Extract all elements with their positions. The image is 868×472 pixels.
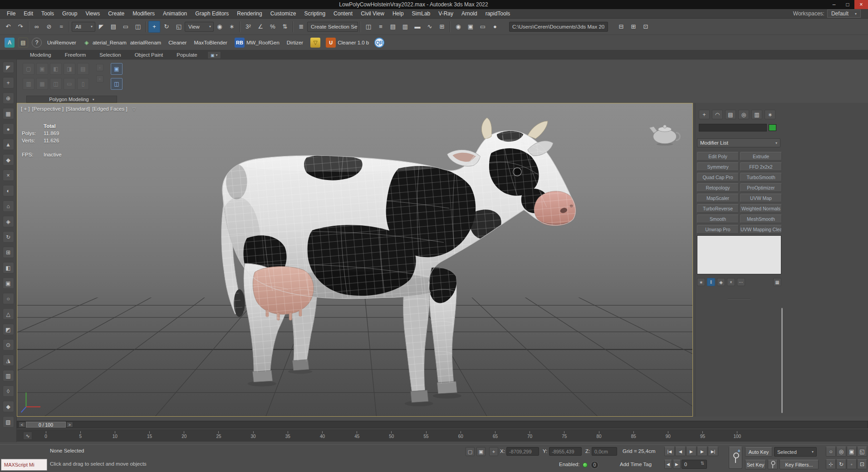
go-to-start-icon[interactable]: |◀ <box>664 447 675 456</box>
menu-item[interactable]: Animation <box>159 10 191 18</box>
cleaner-version-button[interactable]: Cleaner 1.0 b <box>338 40 369 45</box>
undo-icon[interactable]: ↶ <box>2 21 14 33</box>
auto-key-button[interactable]: Auto Key <box>745 447 772 457</box>
menu-item[interactable]: SimLab <box>408 10 435 18</box>
timeline-tick[interactable]: 80 <box>593 431 604 439</box>
time-slider[interactable]: < 0 / 100 > <box>17 421 868 428</box>
select-and-scale-icon[interactable]: ◱ <box>173 21 185 33</box>
select-and-rotate-icon[interactable]: ↻ <box>161 21 172 33</box>
viewport-menu-shading[interactable]: [Edged Faces ] <box>92 106 127 112</box>
bind-to-space-warp-icon[interactable]: ≈ <box>55 21 67 33</box>
notes-icon[interactable]: ▤ <box>18 38 28 48</box>
material-renamer-icon[interactable]: ◈ <box>82 38 92 48</box>
timeline-tick[interactable]: 100 <box>732 431 743 439</box>
material-editor-icon[interactable]: ◉ <box>452 21 464 33</box>
left-toolbar-icon-2[interactable]: + <box>3 77 14 88</box>
ribbon-tool-icon-8[interactable]: ◫ <box>50 78 62 90</box>
key-filters-button[interactable]: Key Filters... <box>780 460 819 469</box>
scene-explorer-icon[interactable]: ▤ <box>387 21 399 33</box>
modifier-set-button[interactable]: Smooth <box>697 214 739 223</box>
left-toolbar-icon-6[interactable]: ▲ <box>3 139 14 150</box>
remove-modifier-icon[interactable]: × <box>727 278 735 286</box>
z-coordinate-field[interactable]: 0,0cm <box>592 447 617 456</box>
help-icon[interactable]: ? <box>32 38 42 48</box>
ribbon-tool-icon-4[interactable]: ◨ <box>64 63 75 75</box>
menu-item[interactable]: V-Ray <box>434 10 457 18</box>
render-setup-icon[interactable]: ▣ <box>465 21 476 33</box>
modifier-set-button[interactable]: TurboReverse <box>697 204 739 213</box>
track-bar[interactable]: ∿ 05101520253035404550556065707580859095… <box>17 429 868 442</box>
ribbon-tool-icon-1[interactable]: ▢ <box>23 63 34 75</box>
ribbon-small-icon-1[interactable]: ▫ <box>96 64 103 71</box>
object-color-swatch[interactable] <box>769 124 776 131</box>
timeline-tick[interactable]: 35 <box>282 431 293 439</box>
modifier-set-button[interactable]: Unwrap Pro <box>697 225 739 234</box>
timeline-tick[interactable]: 10 <box>109 431 120 439</box>
timeline-tick[interactable]: 65 <box>490 431 500 439</box>
set-keys-button[interactable]: + <box>729 447 742 469</box>
timeline-tick[interactable]: 55 <box>421 431 432 439</box>
percent-snap-icon[interactable]: % <box>267 21 279 33</box>
ribbon-swiftloop-icon[interactable]: ▣ <box>111 63 123 75</box>
use-pivot-point-icon[interactable]: ◉ <box>214 21 226 33</box>
ribbon-branch-icon[interactable]: ◫ <box>111 78 123 90</box>
previous-frame-small-icon[interactable]: ◀ <box>664 460 672 469</box>
menu-item[interactable]: Help <box>388 10 408 18</box>
modifier-set-button[interactable]: FFD 2x2x2 <box>740 162 782 171</box>
select-and-move-icon[interactable]: + <box>148 21 160 33</box>
roofgen-button[interactable]: MW_RoofGen <box>246 40 280 45</box>
uniremover-button[interactable]: UniRemover <box>47 40 76 45</box>
left-toolbar-icon-23[interactable]: ◆ <box>3 401 14 412</box>
zoom-icon[interactable]: ○ <box>826 447 836 457</box>
qr-plugin-icon[interactable]: QR <box>374 38 384 48</box>
modifier-set-button[interactable]: Extrude <box>740 152 782 161</box>
display-tab-icon[interactable]: ▥ <box>751 110 762 119</box>
next-frame-icon[interactable]: ▶ <box>697 447 707 456</box>
set-key-button[interactable]: Set Key <box>745 460 766 469</box>
pin-stack-icon[interactable]: ∗ <box>697 278 705 286</box>
modifier-set-button[interactable]: ProOptimizer <box>740 183 782 192</box>
select-and-link-icon[interactable]: ∞ <box>31 21 43 33</box>
project-folder-icon[interactable]: ⊟ <box>615 21 627 33</box>
ribbon-tab[interactable]: Freeform <box>59 51 93 59</box>
previous-frame-icon[interactable]: ◀ <box>675 447 686 456</box>
redo-icon[interactable]: ↷ <box>15 21 26 33</box>
left-toolbar-icon-22[interactable]: ◊ <box>3 385 14 397</box>
ribbon-tool-icon-3[interactable]: ◧ <box>50 63 62 75</box>
left-toolbar-icon-16[interactable]: ○ <box>3 293 14 304</box>
menu-item[interactable]: Arnold <box>457 10 481 18</box>
named-selection-sets-dropdown[interactable]: Create Selection Se▾ <box>307 22 358 32</box>
menu-item[interactable]: Civil View <box>357 10 388 18</box>
modifier-stack[interactable] <box>697 235 781 274</box>
left-toolbar-icon-11[interactable]: ◈ <box>3 216 14 227</box>
timeline-tick[interactable]: 30 <box>248 431 259 439</box>
zoom-region-icon[interactable]: ◱ <box>857 447 867 457</box>
panel-scrollbar[interactable] <box>781 308 783 413</box>
mini-curve-editor-icon[interactable]: ∿ <box>23 432 32 440</box>
workspace-switch-icon[interactable]: ⊡ <box>640 21 652 33</box>
unlink-selection-icon[interactable]: ⊘ <box>43 21 55 33</box>
timeline-tick[interactable]: 75 <box>559 431 570 439</box>
project-path-field[interactable] <box>509 22 608 32</box>
timeline-tick[interactable]: 85 <box>628 431 639 439</box>
x-coordinate-field[interactable]: -8709,299 <box>506 447 539 456</box>
window-crossing-toggle-icon[interactable]: ◫ <box>132 21 144 33</box>
viewport-menu-renderer[interactable]: [Standard] <box>66 106 90 112</box>
paint-bucket-icon[interactable]: ▽ <box>310 38 320 48</box>
perspective-viewport[interactable]: [ + ] [Perspective ] [Standard] [Edged F… <box>17 103 693 417</box>
modifier-set-button[interactable]: Quad Cap Pro <box>697 173 739 181</box>
ribbon-config-button[interactable]: ▣▾ <box>207 51 221 59</box>
left-toolbar-icon-17[interactable]: △ <box>3 308 14 320</box>
ribbon-tool-icon-6[interactable]: ▥ <box>23 78 34 90</box>
ribbon-small-icon-2[interactable]: ▫ <box>96 75 103 83</box>
orbit-view-icon[interactable]: ↻ <box>836 459 846 469</box>
ribbon-tool-icon-9[interactable]: ▭ <box>64 78 75 90</box>
maxtoblender-button[interactable]: MaxToBlender <box>194 40 227 45</box>
walkthrough-icon[interactable]: ◦ <box>847 459 857 469</box>
left-toolbar-icon-3[interactable]: ⊕ <box>3 92 14 104</box>
maximize-button[interactable]: □ <box>841 0 854 9</box>
timeline-tick[interactable]: 5 <box>75 431 86 439</box>
key-mode-dropdown[interactable]: Selected▾ <box>774 447 817 457</box>
align-icon[interactable]: ≡ <box>375 21 387 33</box>
left-toolbar-icon-10[interactable]: ⌂ <box>3 200 14 212</box>
